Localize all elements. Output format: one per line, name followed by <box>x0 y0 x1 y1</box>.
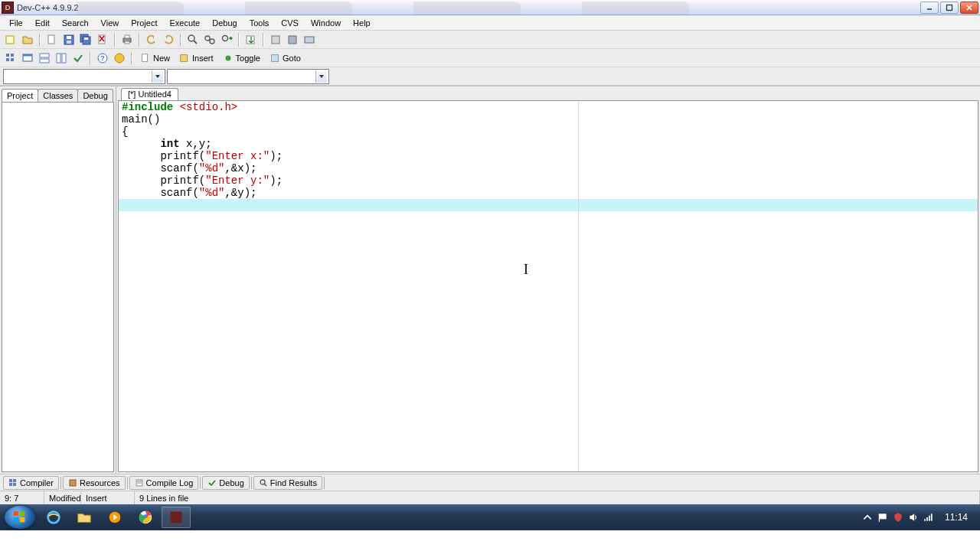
taskbar-chrome-icon[interactable] <box>131 507 160 528</box>
left-tab-project[interactable]: Project <box>2 89 38 102</box>
svg-rect-34 <box>40 59 49 63</box>
code-line <box>119 199 978 211</box>
taskbar-explorer-icon[interactable] <box>70 507 99 528</box>
save-icon[interactable] <box>61 32 77 47</box>
member-combo[interactable] <box>167 69 329 84</box>
tile-v-icon[interactable] <box>54 51 69 66</box>
insert-bookmark-button[interactable]: Insert <box>175 51 217 66</box>
open-icon[interactable] <box>20 32 35 47</box>
left-tab-debug[interactable]: Debug <box>77 89 113 102</box>
maximize-button[interactable] <box>940 2 959 14</box>
new-bookmark-button[interactable]: New <box>136 51 174 66</box>
windows-taskbar: 11:14 <box>0 504 980 530</box>
menu-file[interactable]: File <box>3 17 29 29</box>
project-tree[interactable] <box>2 102 114 472</box>
file-tab-untitled[interactable]: [*] Untitled4 <box>121 88 178 100</box>
svg-rect-55 <box>20 511 24 516</box>
tray-volume-icon[interactable] <box>908 512 919 523</box>
svg-rect-63 <box>879 514 886 519</box>
svg-rect-66 <box>926 517 928 521</box>
bottom-tab-debug[interactable]: Debug <box>202 476 249 490</box>
new-project-icon[interactable] <box>3 32 18 47</box>
svg-point-58 <box>48 512 60 523</box>
toolbars: ? New Insert Toggle Goto <box>0 31 980 86</box>
undo-icon[interactable] <box>144 32 159 47</box>
svg-rect-68 <box>931 514 933 520</box>
class-combo[interactable] <box>3 69 165 84</box>
svg-rect-56 <box>14 517 18 522</box>
toggle-bookmark-button[interactable]: Toggle <box>219 51 264 66</box>
svg-text:?: ? <box>100 54 105 62</box>
find-next-icon[interactable] <box>219 32 234 47</box>
taskbar-devcpp-icon[interactable] <box>162 507 191 528</box>
redo-icon[interactable] <box>161 32 176 47</box>
bottom-tab-resources[interactable]: Resources <box>63 476 126 490</box>
taskbar-wmp-icon[interactable] <box>100 507 129 528</box>
menu-help[interactable]: Help <box>347 17 377 29</box>
svg-rect-41 <box>181 54 188 61</box>
bottom-tab-compiler[interactable]: Compiler <box>3 476 59 490</box>
svg-rect-30 <box>11 58 14 61</box>
app-icon: D <box>2 2 14 14</box>
replace-icon[interactable] <box>202 32 217 47</box>
svg-rect-48 <box>70 480 76 486</box>
about-icon[interactable] <box>112 51 127 66</box>
taskbar-ie-icon[interactable] <box>39 507 68 528</box>
goto-bookmark-button[interactable]: Goto <box>266 51 305 66</box>
tray-arrow-icon[interactable] <box>862 512 873 523</box>
close-button[interactable] <box>960 2 978 14</box>
main-area: ProjectClassesDebug [*] Untitled4 #inclu… <box>0 86 980 474</box>
menu-execute[interactable]: Execute <box>163 17 206 29</box>
run-icon[interactable] <box>285 32 300 47</box>
tray-clock[interactable]: 11:14 <box>939 512 974 523</box>
menu-search[interactable]: Search <box>56 17 95 29</box>
goto-line-icon[interactable] <box>243 32 259 47</box>
start-button[interactable] <box>5 506 35 529</box>
goto-label: Goto <box>283 54 301 63</box>
menu-view[interactable]: View <box>95 17 126 29</box>
grid-icon[interactable] <box>3 51 18 66</box>
svg-rect-32 <box>23 54 32 57</box>
left-panel: ProjectClassesDebug <box>0 86 116 474</box>
svg-rect-29 <box>6 58 9 61</box>
compile-run-icon[interactable] <box>302 32 317 47</box>
tile-h-icon[interactable] <box>37 51 52 66</box>
svg-rect-24 <box>272 36 279 44</box>
window-title: Dev-C++ 4.9.9.2 <box>17 3 79 12</box>
svg-rect-25 <box>289 36 296 44</box>
window-icon[interactable] <box>20 51 35 66</box>
tray-flag-icon[interactable] <box>877 512 888 523</box>
tray-shield-icon[interactable] <box>893 512 903 523</box>
minimize-button[interactable] <box>920 2 939 14</box>
svg-rect-67 <box>929 516 930 521</box>
menu-cvs[interactable]: CVS <box>275 17 305 29</box>
menu-tools[interactable]: Tools <box>243 17 276 29</box>
check-icon[interactable] <box>70 51 86 66</box>
menu-project[interactable]: Project <box>125 17 163 29</box>
svg-rect-7 <box>67 36 71 39</box>
svg-rect-43 <box>272 54 279 61</box>
left-tab-classes[interactable]: Classes <box>38 89 78 102</box>
bottom-tab-compile-log[interactable]: Compile Log <box>129 476 199 490</box>
text-cursor-icon: I <box>524 263 528 276</box>
svg-rect-8 <box>67 41 71 44</box>
tray-network-icon[interactable] <box>923 512 934 523</box>
svg-line-53 <box>264 484 266 486</box>
close-file-icon[interactable] <box>95 32 110 47</box>
save-all-icon[interactable] <box>78 32 93 47</box>
menu-window[interactable]: Window <box>305 17 347 29</box>
svg-rect-4 <box>6 36 14 44</box>
print-icon[interactable] <box>119 32 135 47</box>
compile-icon[interactable] <box>268 32 283 47</box>
menu-edit[interactable]: Edit <box>29 17 56 29</box>
svg-rect-26 <box>305 37 314 43</box>
svg-rect-65 <box>924 519 926 520</box>
find-icon[interactable] <box>185 32 201 47</box>
menu-debug[interactable]: Debug <box>206 17 243 29</box>
help-icon[interactable]: ? <box>95 51 110 66</box>
bottom-tab-find-results[interactable]: Find Results <box>253 476 322 490</box>
code-editor[interactable]: #include <stdio.h>main(){ int x,y; print… <box>118 100 978 472</box>
system-tray: 11:14 <box>862 512 978 523</box>
svg-rect-36 <box>62 54 66 63</box>
new-file-icon[interactable] <box>44 32 60 47</box>
